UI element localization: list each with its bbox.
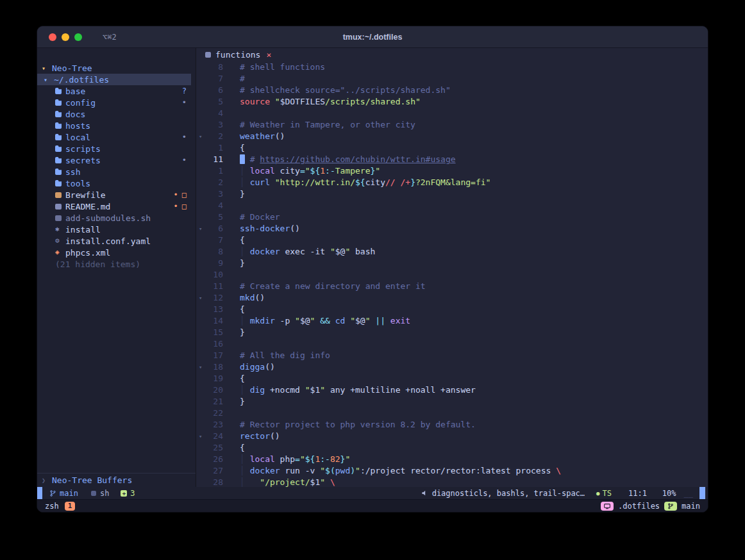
code-line[interactable]: 7#	[196, 73, 708, 85]
code-line[interactable]: 27│ docker run -v "$(pwd)":/project rect…	[196, 465, 708, 477]
tree-item-label: install	[65, 225, 187, 235]
code-text: }	[240, 396, 245, 408]
tmux-window-item[interactable]: zsh 1	[37, 502, 75, 511]
tree-item-label: local	[65, 133, 182, 142]
code-line[interactable]: 13{	[196, 304, 708, 315]
tab-close-icon[interactable]: ×	[266, 50, 271, 60]
code-line[interactable]: ▾12mkd()	[196, 292, 708, 304]
tree-item[interactable]: hosts	[37, 120, 196, 131]
code-text: │ docker exec -it "$@" bash	[240, 246, 375, 258]
fold-open-icon[interactable]: ▾	[196, 223, 205, 235]
code-line[interactable]: 23# Rector project to php version 8.2 by…	[196, 419, 708, 431]
neotree-buffers-header[interactable]: ❯ Neo-Tree Buffers	[37, 473, 196, 487]
code-line[interactable]: 16	[196, 338, 708, 350]
code-line[interactable]: 3}	[196, 188, 708, 200]
code-line[interactable]: 11 # https://github.com/chubin/wttr.in#u…	[196, 154, 708, 165]
code-line[interactable]: 5source "$DOTFILES/scripts/shared.sh"	[196, 96, 708, 108]
fold-column	[196, 188, 205, 200]
tree-item-label: Brewfile	[65, 190, 174, 200]
git-status-badge: •	[182, 133, 187, 142]
code-line[interactable]: 19{	[196, 373, 708, 384]
file-list: base?config•docshostslocal•scriptssecret…	[37, 85, 196, 258]
tree-item[interactable]: config•	[37, 97, 196, 108]
tree-item[interactable]: ssh	[37, 166, 196, 177]
tree-item[interactable]: ⚙install.conf.yaml	[37, 235, 196, 247]
fold-open-icon[interactable]: ▾	[196, 131, 205, 142]
tree-item[interactable]: ✱install	[37, 224, 196, 235]
code-text: # https://github.com/chubin/wttr.in#usag…	[240, 154, 456, 165]
code-line[interactable]: 11# Create a new directory and enter it	[196, 281, 708, 292]
code-text: rector()	[240, 431, 280, 442]
code-text: │ curl "http://wttr.in/${city// /+}?2nFQ…	[240, 177, 490, 188]
code-line[interactable]: ▾2weather()	[196, 131, 708, 142]
code-line[interactable]: 25{	[196, 442, 708, 454]
fold-column	[196, 396, 205, 408]
code-line[interactable]: 1{	[196, 142, 708, 154]
fold-column	[196, 281, 205, 292]
code-line[interactable]: 9}	[196, 258, 708, 269]
code-line[interactable]: 4	[196, 108, 708, 119]
tree-item[interactable]: add-submodules.sh	[37, 212, 196, 224]
line-number: 11	[205, 154, 223, 165]
code-line[interactable]: 1│ local city="${1:-Tampere}"	[196, 165, 708, 177]
code-line[interactable]: 20│ dig +nocmd "$1" any +multiline +noal…	[196, 384, 708, 396]
folder-icon	[55, 122, 65, 129]
tree-item[interactable]: docs	[37, 108, 196, 120]
minimize-window-button[interactable]	[62, 33, 69, 41]
code-line[interactable]: 8# shell functions	[196, 62, 708, 73]
code-text: │ local php="${1:-82}"	[240, 454, 350, 465]
git-status-badge: •	[174, 190, 178, 199]
tree-item[interactable]: secrets•	[37, 154, 196, 166]
tree-item-label: docs	[65, 110, 187, 119]
mode-indicator-block	[37, 487, 42, 499]
code-line[interactable]: 7{	[196, 235, 708, 246]
code-line[interactable]: 15}	[196, 327, 708, 338]
tree-item[interactable]: tools	[37, 177, 196, 189]
titlebar: ⌥⌘2 tmux:~/.dotfiles	[37, 26, 708, 48]
terminal-window: ⌥⌘2 tmux:~/.dotfiles ▾ Neo-Tree ▾ ~/.dot…	[37, 26, 708, 513]
code-line[interactable]: ▾24rector()	[196, 431, 708, 442]
code-line[interactable]: 2│ curl "http://wttr.in/${city// /+}?2nF…	[196, 177, 708, 188]
line-number: 28	[205, 477, 223, 487]
treesitter-section: ● TS	[596, 489, 612, 498]
code-line[interactable]: 22	[196, 408, 708, 419]
code-line[interactable]: 17# All the dig info	[196, 350, 708, 361]
fold-column	[196, 477, 205, 487]
tab-functions[interactable]: functions ×	[205, 50, 271, 60]
tree-item-label: tools	[65, 179, 187, 188]
line-number: 4	[205, 108, 223, 119]
tree-item[interactable]: scripts	[37, 143, 196, 154]
code-line[interactable]: 26│ local php="${1:-82}"	[196, 454, 708, 465]
line-number: 27	[205, 465, 223, 477]
code-line[interactable]: 6# shellcheck source="../scripts/shared.…	[196, 85, 708, 96]
folder-icon	[55, 88, 65, 94]
tree-item[interactable]: base?	[37, 85, 196, 97]
code-line[interactable]: ▾6ssh-docker()	[196, 223, 708, 235]
tree-item[interactable]: Brewfile•□	[37, 189, 196, 201]
code-line[interactable]: 8│ docker exec -it "$@" bash	[196, 246, 708, 258]
code-line[interactable]: ▾18digga()	[196, 361, 708, 373]
fold-open-icon[interactable]: ▾	[196, 361, 205, 373]
tree-item[interactable]: README.md•□	[37, 201, 196, 212]
code-line[interactable]: 28│ "/project/$1" \	[196, 477, 708, 487]
tree-root-item[interactable]: ▾ ~/.dotfiles	[37, 74, 191, 85]
tree-item[interactable]: local•	[37, 131, 196, 143]
close-window-button[interactable]	[49, 33, 56, 41]
tree-item[interactable]: ◈phpcs.xml	[37, 247, 196, 258]
code-line[interactable]: 14│ mkdir -p "$@" && cd "$@" || exit	[196, 315, 708, 327]
buffers-header-label: Neo-Tree Buffers	[52, 475, 132, 485]
code-area[interactable]: 8# shell functions7#6# shellcheck source…	[196, 62, 708, 487]
code-line[interactable]: 10	[196, 269, 708, 281]
code-line[interactable]: 4	[196, 200, 708, 211]
zoom-window-button[interactable]	[74, 33, 82, 41]
line-number: 15	[205, 327, 223, 338]
asterisk-icon: ✱	[55, 226, 65, 233]
neotree-header[interactable]: ▾ Neo-Tree	[37, 62, 196, 74]
code-line[interactable]: 5# Docker	[196, 211, 708, 223]
code-line[interactable]: 3# Weather in Tampere, or other city	[196, 119, 708, 131]
fold-open-icon[interactable]: ▾	[196, 292, 205, 304]
line-number: 25	[205, 442, 223, 454]
chevron-right-icon: ❯	[42, 477, 52, 484]
code-line[interactable]: 21}	[196, 396, 708, 408]
fold-open-icon[interactable]: ▾	[196, 431, 205, 442]
